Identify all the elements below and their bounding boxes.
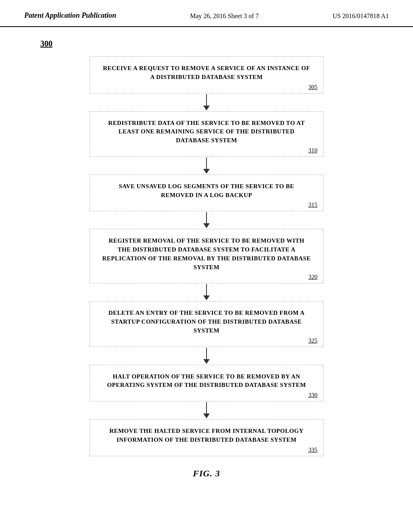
arrow-line-2 [206,158,207,169]
publication-label: Patent Application Publication [24,11,116,20]
page-header: Patent Application Publication May 26, 2… [0,0,413,27]
arrow-line-5 [206,348,207,359]
page: Patent Application Publication May 26, 2… [0,0,413,532]
flow-box-310-number: 310 [309,147,318,154]
arrow-head-3 [203,223,210,228]
arrow-head-2 [203,169,210,174]
arrow-line-4 [206,284,207,295]
flow-box-305: RECEIVE A REQUEST TO REMOVE A SERVICE OF… [90,56,323,94]
patent-number: US 2016/0147818 A1 [332,12,389,20]
arrow-head-4 [203,295,210,300]
flow-box-325-text: DELETE AN ENTRY OF THE SERVICE TO BE REM… [102,309,311,335]
arrow-head-1 [203,106,210,110]
arrow-5 [203,347,210,365]
sheet-info: May 26, 2016 Sheet 3 of 7 [190,12,259,20]
flow-box-305-number: 305 [309,84,318,91]
flow-box-325: DELETE AN ENTRY OF THE SERVICE TO BE REM… [90,301,323,347]
arrow-line-3 [206,212,207,223]
flow-box-320-text: REGISTER REMOVAL OF THE SERVICE TO BE RE… [102,237,311,272]
flowchart: RECEIVE A REQUEST TO REMOVE A SERVICE OF… [40,56,373,479]
flow-box-315-text: SAVE UNSAVED LOG SEGMENTS OF THE SERVICE… [102,182,311,200]
flow-box-320: REGISTER REMOVAL OF THE SERVICE TO BE RE… [90,229,323,283]
flow-box-335: REMOVE THE HALTED SERVICE FROM INTERNAL … [90,419,323,456]
flow-box-310: REDISTRIBUTE DATA OF THE SERVICE TO BE R… [90,111,323,157]
arrow-line-6 [206,402,207,414]
flow-box-315: SAVE UNSAVED LOG SEGMENTS OF THE SERVICE… [90,175,323,212]
arrow-2 [203,157,210,175]
flow-box-315-number: 315 [309,202,318,208]
arrow-4 [203,283,210,301]
flow-box-330: HALT OPERATION OF THE SERVICE TO BE REMO… [90,365,323,402]
flow-box-335-text: REMOVE THE HALTED SERVICE FROM INTERNAL … [102,427,311,445]
arrow-3 [203,211,210,229]
diagram-label: 300 [40,39,52,48]
flow-box-310-text: REDISTRIBUTE DATA OF THE SERVICE TO BE R… [102,119,311,145]
arrow-1 [203,94,210,111]
main-content: 300 RECEIVE A REQUEST TO REMOVE A SERVIC… [0,27,413,495]
flow-box-335-number: 335 [309,447,318,453]
flow-box-330-number: 330 [309,392,318,399]
flow-box-320-number: 320 [309,274,318,281]
flow-box-305-text: RECEIVE A REQUEST TO REMOVE A SERVICE OF… [102,64,311,82]
arrow-head-6 [203,414,210,418]
figure-caption: FIG. 3 [193,468,220,479]
arrow-6 [203,401,210,419]
flow-box-330-text: HALT OPERATION OF THE SERVICE TO BE REMO… [102,372,311,390]
arrow-line-1 [206,94,207,106]
flow-box-325-number: 325 [309,337,318,344]
arrow-head-5 [203,359,210,364]
